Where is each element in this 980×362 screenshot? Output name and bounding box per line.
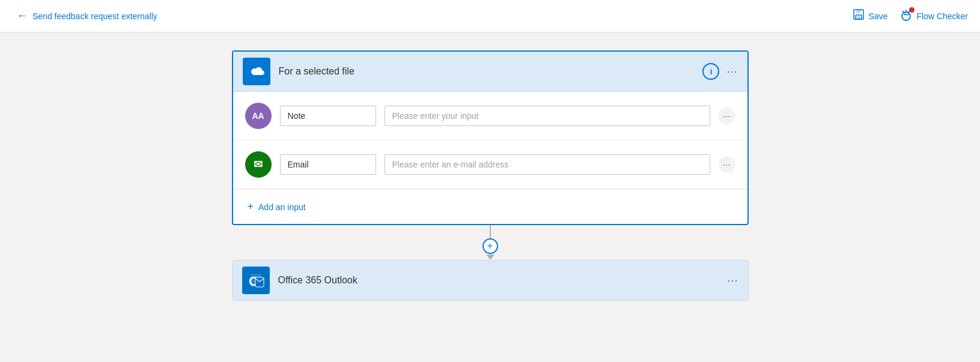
flow-checker-icon <box>899 8 913 23</box>
note-avatar: AA <box>245 103 272 129</box>
flow-checker-error-dot <box>909 7 915 13</box>
office365-card-header: O Office 365 Outlook ··· <box>233 261 748 300</box>
svg-rect-3 <box>857 16 860 19</box>
email-avatar: ✉ <box>245 151 272 178</box>
email-value-box[interactable]: Please enter an e-mail address <box>385 154 710 175</box>
back-button[interactable]: ← Send feedback request externally <box>12 7 162 25</box>
flow-checker-label: Flow Checker <box>916 11 968 21</box>
svg-point-4 <box>902 12 910 20</box>
note-avatar-initials: AA <box>252 111 264 121</box>
page-title: Send feedback request externally <box>32 11 157 21</box>
save-label: Save <box>868 11 887 21</box>
info-icon: i <box>710 67 713 76</box>
email-label: Email <box>288 160 309 169</box>
note-value-box[interactable]: Please enter your input <box>385 106 710 126</box>
add-input-label: Add an input <box>258 202 306 212</box>
card-body: AA Note Please enter your input ··· ✉ <box>233 92 747 224</box>
svg-line-6 <box>902 11 904 13</box>
back-arrow-icon: ← <box>17 10 28 22</box>
topbar-actions: Save Flow Checker <box>853 8 968 23</box>
email-row-dots-icon: ··· <box>723 160 731 169</box>
office365-card: O Office 365 Outlook ··· <box>232 260 749 301</box>
note-label-box: Note <box>280 106 376 126</box>
flow-checker-button[interactable]: Flow Checker <box>899 8 968 23</box>
office365-more-options-button[interactable]: ··· <box>727 274 738 287</box>
email-row-more-button[interactable]: ··· <box>719 156 735 173</box>
note-input-row: AA Note Please enter your input ··· <box>233 92 747 140</box>
add-plus-icon: + <box>248 201 254 213</box>
connector-line-top <box>490 225 491 238</box>
add-step-icon: + <box>487 241 493 252</box>
office365-card-icon: O <box>242 267 270 294</box>
svg-rect-11 <box>255 277 264 287</box>
note-label: Note <box>288 111 306 121</box>
note-row-more-button[interactable]: ··· <box>719 107 735 124</box>
add-step-button[interactable]: + <box>482 238 498 254</box>
email-label-box: Email <box>280 154 376 175</box>
selected-file-card: For a selected file i ··· AA Note <box>232 50 749 225</box>
office365-dots-icon: ··· <box>727 274 738 286</box>
email-placeholder: Please enter an e-mail address <box>392 160 509 169</box>
add-input-row: + Add an input <box>233 189 747 224</box>
connector: + <box>232 225 749 260</box>
card-more-options-button[interactable]: ··· <box>726 65 737 78</box>
email-avatar-icon: ✉ <box>254 158 263 171</box>
add-input-button[interactable]: + Add an input <box>248 201 306 213</box>
card-header-actions: i ··· <box>702 63 737 80</box>
canvas: For a selected file i ··· AA Note <box>0 32 980 362</box>
note-placeholder: Please enter your input <box>392 111 479 121</box>
topbar: ← Send feedback request externally Save <box>0 0 980 32</box>
connector-arrow-icon <box>486 255 495 260</box>
office365-card-actions: ··· <box>727 274 738 287</box>
card-title: For a selected file <box>279 66 703 77</box>
save-button[interactable]: Save <box>853 8 887 23</box>
more-options-icon: ··· <box>726 65 737 77</box>
card-header: For a selected file i ··· <box>233 52 747 92</box>
email-input-row: ✉ Email Please enter an e-mail address ·… <box>233 140 747 189</box>
info-button[interactable]: i <box>702 63 719 80</box>
svg-rect-1 <box>856 10 861 13</box>
card-header-icon <box>243 58 270 85</box>
office365-card-title: Office 365 Outlook <box>278 275 728 286</box>
save-disk-icon <box>853 8 865 23</box>
note-row-dots-icon: ··· <box>723 111 731 121</box>
